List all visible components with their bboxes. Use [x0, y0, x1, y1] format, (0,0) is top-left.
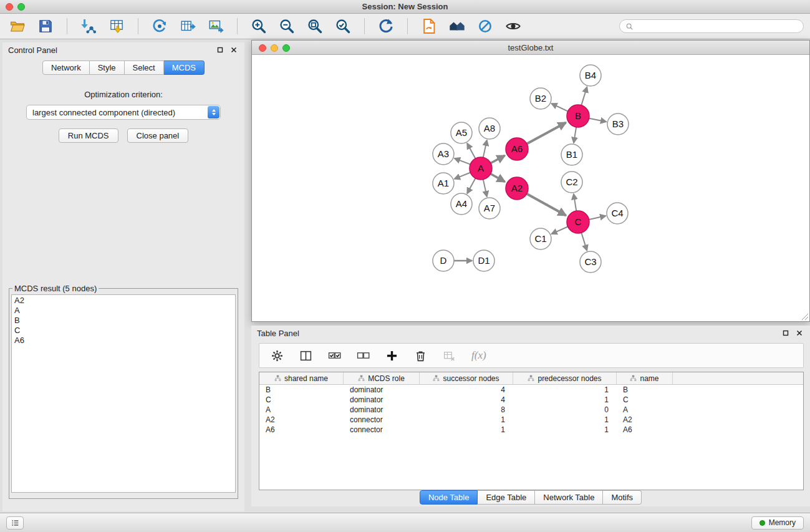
eye-button[interactable] — [502, 16, 524, 36]
optimization-criterion-select[interactable]: largest connected component (directed) — [26, 105, 221, 120]
edge-B-B1[interactable] — [574, 127, 576, 143]
tab-network[interactable]: Network — [42, 60, 90, 75]
graph-node-C1[interactable]: C1 — [530, 228, 551, 249]
tab-node-table[interactable]: Node Table — [420, 490, 478, 505]
cell[interactable]: 1 — [420, 415, 513, 424]
cell[interactable]: C — [259, 395, 344, 404]
graph-node-A8[interactable]: A8 — [479, 118, 500, 139]
tab-style[interactable]: Style — [90, 60, 125, 75]
close-network-button[interactable] — [259, 44, 266, 52]
network-window-titlebar[interactable]: testGlobe.txt — [252, 41, 809, 55]
edge-A-A6[interactable] — [490, 155, 505, 163]
cell[interactable]: connector — [344, 425, 420, 434]
float-table-panel-button[interactable] — [781, 329, 791, 338]
column-header-shared-name[interactable]: shared name — [259, 372, 344, 384]
cell[interactable]: B — [617, 385, 673, 394]
edge-A6-B[interactable] — [526, 123, 566, 144]
add-row-button[interactable] — [384, 348, 400, 364]
search-input[interactable] — [637, 21, 798, 31]
graph-node-A4[interactable]: A4 — [451, 193, 472, 215]
cell[interactable]: 1 — [513, 395, 617, 404]
tab-network-table[interactable]: Network Table — [535, 490, 603, 505]
graph-node-B3[interactable]: B3 — [607, 114, 629, 135]
result-item[interactable]: A — [14, 306, 233, 316]
graph-node-B[interactable]: B — [567, 105, 589, 127]
edge-A-A4[interactable] — [467, 178, 476, 193]
network-canvas[interactable]: B4B2BB3A5A8A6A3B1AC2A1A2A4A7C4CC1C3DD1 — [252, 55, 809, 321]
graph-node-A[interactable]: A — [470, 157, 492, 180]
graph-node-C[interactable]: C — [567, 211, 589, 233]
graph-node-A7[interactable]: A7 — [479, 198, 500, 219]
export-image-button[interactable] — [205, 16, 227, 36]
close-panel-button[interactable] — [229, 46, 239, 55]
edge-A-A5[interactable] — [467, 143, 476, 159]
edge-A-A8[interactable] — [483, 140, 487, 158]
zoom-selected-button[interactable] — [332, 16, 354, 36]
close-table-panel-button[interactable] — [794, 329, 804, 338]
tab-edge-table[interactable]: Edge Table — [478, 490, 535, 505]
edge-C-C1[interactable] — [551, 226, 568, 234]
hide-details-button[interactable] — [474, 16, 496, 36]
tab-mcds[interactable]: MCDS — [164, 60, 205, 75]
refresh-button[interactable] — [375, 16, 397, 36]
cell[interactable]: dominator — [344, 395, 420, 404]
cell[interactable]: C — [617, 395, 673, 404]
edge-C-C2[interactable] — [574, 194, 577, 211]
task-history-button[interactable] — [6, 516, 24, 530]
graph-node-C3[interactable]: C3 — [580, 251, 601, 273]
cell[interactable]: 1 — [420, 425, 513, 434]
cell[interactable]: A2 — [617, 415, 673, 424]
graph-node-D[interactable]: D — [433, 250, 454, 271]
edge-A-A3[interactable] — [455, 158, 471, 165]
delete-rows-button[interactable] — [413, 348, 428, 364]
cell[interactable]: A6 — [259, 425, 344, 434]
cell[interactable]: A — [259, 405, 344, 414]
cell[interactable]: 1 — [513, 425, 617, 434]
cell[interactable]: 4 — [420, 385, 513, 394]
save-button[interactable] — [34, 16, 57, 36]
run-mcds-button[interactable]: Run MCDS — [59, 128, 118, 143]
import-table-button[interactable] — [105, 16, 128, 36]
home-button[interactable] — [446, 16, 468, 36]
tab-motifs[interactable]: Motifs — [603, 490, 642, 505]
edge-A-A2[interactable] — [490, 173, 505, 181]
float-panel-button[interactable] — [215, 46, 225, 55]
select-all-button[interactable] — [327, 348, 342, 364]
open-file-button[interactable] — [6, 16, 29, 36]
graph-node-A6[interactable]: A6 — [506, 138, 528, 160]
table-row[interactable]: A6connector11A6 — [259, 425, 803, 435]
graph-node-C4[interactable]: C4 — [607, 203, 628, 224]
zoom-fit-button[interactable] — [304, 16, 326, 36]
cell[interactable]: A6 — [617, 425, 673, 434]
search-box[interactable] — [619, 19, 804, 33]
graph-node-A1[interactable]: A1 — [433, 173, 454, 194]
table-row[interactable]: Cdominator41C — [259, 395, 803, 405]
cell[interactable]: A — [617, 405, 673, 414]
graph-node-B4[interactable]: B4 — [580, 65, 601, 86]
minimize-network-button[interactable] — [271, 44, 278, 52]
network-graph-svg[interactable]: B4B2BB3A5A8A6A3B1AC2A1A2A4A7C4CC1C3DD1 — [252, 55, 809, 321]
clear-table-button[interactable] — [441, 348, 457, 364]
cell[interactable]: dominator — [344, 385, 420, 394]
result-item[interactable]: B — [14, 316, 233, 326]
zoom-window-button[interactable] — [17, 3, 25, 11]
network-document-button[interactable] — [418, 16, 440, 36]
table-row[interactable]: Bdominator41B — [259, 385, 803, 395]
edge-A-A7[interactable] — [483, 179, 487, 197]
table-row[interactable]: Adominator80A — [259, 405, 803, 415]
zoom-in-button[interactable] — [248, 16, 270, 36]
deselect-all-button[interactable] — [355, 348, 371, 364]
resize-grip-icon[interactable] — [801, 313, 809, 321]
window-titlebar[interactable]: Session: New Session — [0, 0, 810, 14]
cell[interactable]: connector — [344, 415, 420, 424]
zoom-out-button[interactable] — [276, 16, 298, 36]
edge-A-A1[interactable] — [455, 172, 471, 179]
edge-B-B2[interactable] — [551, 104, 568, 112]
result-item[interactable]: A2 — [14, 296, 233, 306]
export-network-button[interactable] — [148, 16, 171, 36]
memory-button[interactable]: Memory — [751, 516, 804, 530]
close-window-button[interactable] — [6, 3, 13, 11]
graph-node-B2[interactable]: B2 — [530, 88, 551, 109]
column-header-successor-nodes[interactable]: successor nodes — [420, 372, 513, 384]
close-panel-button-2[interactable]: Close panel — [127, 128, 189, 143]
